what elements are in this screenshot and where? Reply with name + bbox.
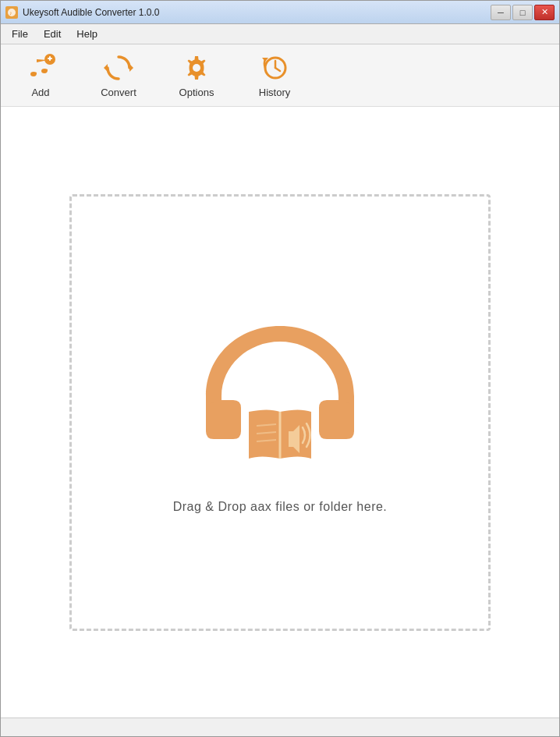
history-button[interactable]: History [247, 48, 302, 103]
drop-zone[interactable]: Drag & Drop aax files or folder here. [69, 194, 491, 631]
history-icon [259, 52, 290, 83]
drop-zone-icon [190, 310, 370, 484]
convert-icon [103, 52, 134, 83]
main-content: Drag & Drop aax files or folder here. [1, 107, 559, 718]
close-button[interactable]: ✕ [534, 5, 555, 20]
convert-label: Convert [101, 87, 136, 98]
add-icon [25, 52, 56, 83]
title-bar-left: ♪ Ukeysoft Audible Converter 1.0.0 [5, 6, 159, 19]
svg-rect-4 [49, 56, 51, 61]
title-bar: ♪ Ukeysoft Audible Converter 1.0.0 ─ □ ✕ [1, 1, 559, 24]
menu-help[interactable]: Help [69, 26, 105, 42]
app-window: ♪ Ukeysoft Audible Converter 1.0.0 ─ □ ✕… [0, 0, 560, 737]
svg-line-11 [275, 68, 280, 71]
convert-button[interactable]: Convert [91, 48, 146, 103]
maximize-button[interactable]: □ [512, 5, 533, 20]
status-bar [1, 718, 559, 736]
history-label: History [259, 87, 290, 98]
app-icon: ♪ [5, 6, 18, 19]
svg-marker-6 [104, 64, 108, 72]
menu-bar: File Edit Help [1, 24, 559, 44]
add-label: Add [31, 87, 49, 98]
drop-zone-text: Drag & Drop aax files or folder here. [173, 500, 388, 514]
options-icon [181, 52, 212, 83]
menu-edit[interactable]: Edit [36, 26, 69, 42]
svg-point-8 [193, 64, 200, 72]
svg-marker-5 [129, 64, 133, 72]
svg-text:♪: ♪ [9, 10, 12, 16]
minimize-button[interactable]: ─ [491, 5, 511, 20]
options-button[interactable]: Options [169, 48, 224, 103]
window-title: Ukeysoft Audible Converter 1.0.0 [23, 7, 159, 18]
svg-rect-13 [207, 402, 239, 438]
svg-rect-14 [321, 402, 353, 438]
window-controls: ─ □ ✕ [491, 5, 555, 20]
menu-file[interactable]: File [4, 26, 36, 42]
options-label: Options [179, 87, 214, 98]
toolbar: Add Convert [1, 44, 559, 107]
add-button[interactable]: Add [13, 48, 68, 103]
